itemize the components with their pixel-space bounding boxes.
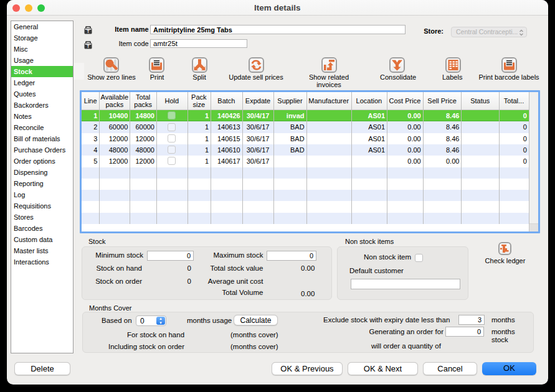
svg-text:T: T xyxy=(87,44,90,49)
svg-text:T: T xyxy=(87,29,90,34)
